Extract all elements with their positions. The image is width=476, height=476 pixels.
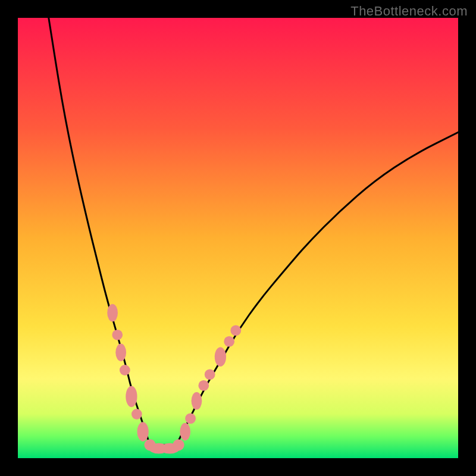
- marker-point: [115, 344, 126, 362]
- marker-point: [224, 336, 234, 347]
- marker-point: [205, 369, 215, 380]
- marker-point: [107, 304, 118, 322]
- gradient-background: [18, 18, 458, 458]
- marker-point: [198, 380, 209, 391]
- chart-svg: [18, 18, 458, 458]
- watermark-text: TheBottleneck.com: [350, 4, 468, 19]
- marker-point: [131, 409, 142, 419]
- marker-point: [215, 347, 226, 367]
- marker-point: [126, 386, 137, 408]
- chart-figure: TheBottleneck.com: [0, 0, 476, 476]
- marker-point: [112, 330, 123, 340]
- marker-point: [137, 422, 149, 441]
- marker-point: [173, 439, 184, 450]
- marker-point: [180, 423, 190, 441]
- marker-point: [120, 365, 130, 375]
- marker-point: [230, 325, 241, 336]
- marker-point: [192, 392, 202, 410]
- marker-point: [185, 414, 196, 424]
- plot-area: [18, 18, 458, 458]
